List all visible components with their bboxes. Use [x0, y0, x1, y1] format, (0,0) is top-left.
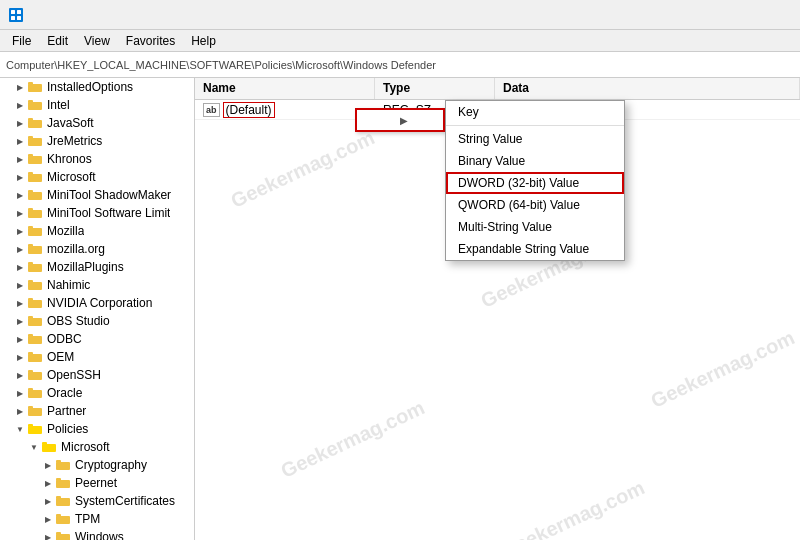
svg-rect-54: [56, 514, 61, 517]
expand-btn[interactable]: ▼: [14, 423, 26, 435]
maximize-button[interactable]: [700, 0, 746, 30]
svg-rect-48: [56, 460, 61, 463]
ctx-separator: [446, 125, 624, 126]
expand-btn[interactable]: ▶: [14, 351, 26, 363]
tree-item[interactable]: ▶ MozillaPlugins: [0, 258, 194, 276]
folder-icon: [28, 170, 44, 184]
tree-item[interactable]: ▶ Windows: [0, 528, 194, 540]
menu-help[interactable]: Help: [183, 32, 224, 50]
tree-item[interactable]: ▶ Partner: [0, 402, 194, 420]
tree-item-label: MozillaPlugins: [47, 260, 124, 274]
tree-item[interactable]: ▶ OpenSSH: [0, 366, 194, 384]
svg-rect-53: [56, 516, 70, 524]
tree-item[interactable]: ▶ OBS Studio: [0, 312, 194, 330]
expand-btn[interactable]: ▶: [14, 279, 26, 291]
expand-btn[interactable]: ▶: [14, 315, 26, 327]
tree-item-label: MiniTool Software Limit: [47, 206, 170, 220]
tree-item[interactable]: ▶ mozilla.org: [0, 240, 194, 258]
tree-panel[interactable]: ▶ InstalledOptions▶ Intel▶ JavaSoft▶ Jre…: [0, 78, 195, 540]
svg-rect-31: [28, 318, 42, 326]
svg-rect-3: [11, 16, 15, 20]
close-button[interactable]: [746, 0, 792, 30]
ctx-submenu-item[interactable]: Expandable String Value: [446, 238, 624, 260]
menu-favorites[interactable]: Favorites: [118, 32, 183, 50]
tree-item-label: Oracle: [47, 386, 82, 400]
tree-item[interactable]: ▶ Microsoft: [0, 168, 194, 186]
ctx-submenu-item[interactable]: Binary Value: [446, 150, 624, 172]
col-data-header: Data: [495, 78, 800, 99]
new-submenu-trigger[interactable]: ▶: [355, 108, 445, 132]
tree-item[interactable]: ▶ Oracle: [0, 384, 194, 402]
expand-btn[interactable]: ▶: [42, 459, 54, 471]
tree-item[interactable]: ▶ SystemCertificates: [0, 492, 194, 510]
folder-icon: [28, 134, 44, 148]
tree-item[interactable]: ▶ JavaSoft: [0, 114, 194, 132]
tree-item[interactable]: ▶ Peernet: [0, 474, 194, 492]
tree-item-label: Cryptography: [75, 458, 147, 472]
expand-btn[interactable]: ▶: [14, 225, 26, 237]
expand-btn[interactable]: ▶: [14, 333, 26, 345]
minimize-button[interactable]: [654, 0, 700, 30]
title-bar: [0, 0, 800, 30]
tree-item[interactable]: ▶ Khronos: [0, 150, 194, 168]
ctx-submenu-item[interactable]: QWORD (64-bit) Value: [446, 194, 624, 216]
ctx-submenu-item[interactable]: DWORD (32-bit) Value: [446, 172, 624, 194]
column-header: Name Type Data: [195, 78, 800, 100]
folder-icon: [56, 512, 72, 526]
expand-btn[interactable]: ▶: [42, 531, 54, 540]
expand-btn[interactable]: ▶: [14, 405, 26, 417]
expand-btn[interactable]: ▶: [14, 153, 26, 165]
expand-btn[interactable]: ▶: [42, 513, 54, 525]
menu-edit[interactable]: Edit: [39, 32, 76, 50]
expand-btn[interactable]: ▶: [42, 495, 54, 507]
expand-btn[interactable]: ▶: [14, 387, 26, 399]
expand-btn[interactable]: ▶: [14, 117, 26, 129]
expand-btn[interactable]: ▶: [14, 369, 26, 381]
tree-item-label: Peernet: [75, 476, 117, 490]
tree-item[interactable]: ▼ Microsoft: [0, 438, 194, 456]
tree-item-label: Nahimic: [47, 278, 90, 292]
ctx-submenu-item[interactable]: String Value: [446, 128, 624, 150]
tree-item[interactable]: ▶ Cryptography: [0, 456, 194, 474]
svg-rect-49: [56, 480, 70, 488]
tree-item[interactable]: ▶ NVIDIA Corporation: [0, 294, 194, 312]
expand-btn[interactable]: ▶: [14, 99, 26, 111]
tree-item[interactable]: ▶ Intel: [0, 96, 194, 114]
expand-btn[interactable]: ▶: [14, 171, 26, 183]
tree-item-label: JavaSoft: [47, 116, 94, 130]
tree-item[interactable]: ▶ Mozilla: [0, 222, 194, 240]
expand-btn[interactable]: ▼: [28, 441, 40, 453]
expand-btn[interactable]: ▶: [14, 297, 26, 309]
tree-item-label: ODBC: [47, 332, 82, 346]
tree-item-label: Intel: [47, 98, 70, 112]
ctx-submenu-item[interactable]: Multi-String Value: [446, 216, 624, 238]
tree-item[interactable]: ▶ OEM: [0, 348, 194, 366]
expand-btn[interactable]: ▶: [14, 261, 26, 273]
svg-rect-4: [17, 16, 21, 20]
tree-item[interactable]: ▼ Policies: [0, 420, 194, 438]
tree-item[interactable]: ▶ JreMetrics: [0, 132, 194, 150]
tree-item[interactable]: ▶ MiniTool Software Limit: [0, 204, 194, 222]
ctx-submenu-item[interactable]: Key: [446, 101, 624, 123]
menu-view[interactable]: View: [76, 32, 118, 50]
svg-rect-41: [28, 408, 42, 416]
folder-icon: [42, 440, 58, 454]
folder-icon: [56, 458, 72, 472]
expand-btn[interactable]: ▶: [14, 207, 26, 219]
menu-file[interactable]: File: [4, 32, 39, 50]
expand-btn[interactable]: ▶: [14, 135, 26, 147]
tree-item[interactable]: ▶ TPM: [0, 510, 194, 528]
tree-item[interactable]: ▶ InstalledOptions: [0, 78, 194, 96]
expand-btn[interactable]: ▶: [42, 477, 54, 489]
svg-rect-47: [56, 462, 70, 470]
expand-btn[interactable]: ▶: [14, 189, 26, 201]
expand-btn[interactable]: ▶: [14, 81, 26, 93]
expand-btn[interactable]: ▶: [14, 243, 26, 255]
tree-item[interactable]: ▶ MiniTool ShadowMaker: [0, 186, 194, 204]
folder-icon: [28, 242, 44, 256]
tree-item[interactable]: ▶ ODBC: [0, 330, 194, 348]
tree-item[interactable]: ▶ Nahimic: [0, 276, 194, 294]
folder-icon: [28, 386, 44, 400]
svg-rect-18: [28, 190, 33, 193]
svg-rect-52: [56, 496, 61, 499]
